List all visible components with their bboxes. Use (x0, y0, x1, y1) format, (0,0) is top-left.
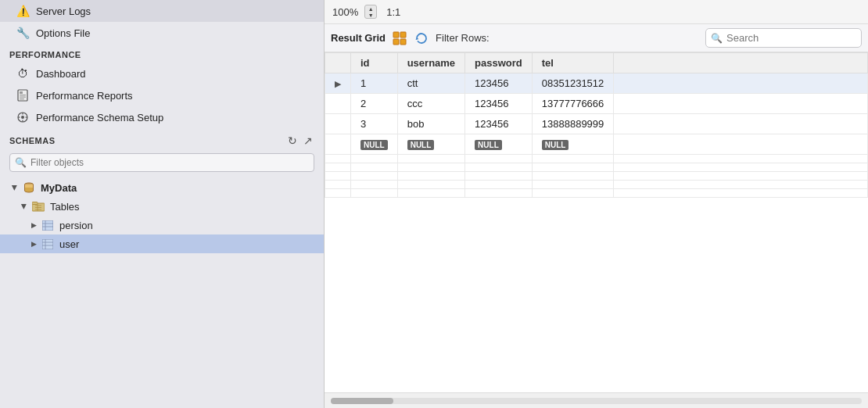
svg-rect-4 (20, 98, 24, 99)
tables-label: Tables (50, 201, 80, 213)
row-indicator (325, 163, 351, 172)
tables-expand-arrow: ▶ (19, 201, 30, 212)
null-row-indicator (325, 134, 351, 155)
empty-cell (351, 181, 398, 189)
null-row[interactable]: NULL NULL NULL NULL (325, 134, 868, 155)
sidebar-item-label: Dashboard (36, 68, 86, 80)
empty-cell (351, 189, 398, 198)
cell-id[interactable]: 2 (351, 94, 398, 114)
empty-cell (614, 189, 868, 198)
filter-objects-wrap: 🔍 (9, 153, 314, 172)
col-header-username: username (397, 53, 464, 73)
sidebar-item-server-logs[interactable]: ⚠️ Server Logs (0, 0, 324, 22)
row-indicator (325, 189, 351, 198)
col-header-extra (614, 53, 868, 73)
null-cell-password[interactable]: NULL (465, 134, 533, 155)
sidebar-item-performance-reports[interactable]: Performance Reports (0, 84, 324, 106)
empty-cell (532, 189, 614, 198)
toolbar-row: 100% ▲ ▼ 1:1 (325, 0, 868, 24)
col-header-tel: tel (532, 53, 614, 73)
svg-rect-22 (42, 239, 53, 249)
empty-cell (397, 163, 464, 172)
sidebar-item-dashboard[interactable]: ⏱ Dashboard (0, 63, 324, 84)
grid-view-icon[interactable] (392, 30, 407, 46)
null-badge: NULL (542, 140, 569, 150)
persion-expand-arrow: ▶ (28, 220, 39, 231)
cell-username[interactable]: ctt (397, 73, 464, 94)
performance-schema-icon (16, 110, 30, 124)
tree-item-tables[interactable]: ▶ Tables (0, 197, 324, 216)
filter-rows-label: Filter Rows: (436, 32, 490, 44)
sidebar-item-label: Performance Reports (36, 90, 133, 102)
zoom-stepper[interactable]: ▲ ▼ (364, 5, 377, 19)
persion-table-icon (41, 219, 55, 231)
scrollbar-thumb[interactable] (331, 398, 393, 404)
cell-extra (614, 94, 868, 114)
tables-folder-icon (31, 200, 45, 213)
empty-row (325, 181, 868, 189)
row-indicator (325, 114, 351, 134)
table-row[interactable]: 3 bob 123456 13888889999 (325, 114, 868, 134)
main-content: 100% ▲ ▼ 1:1 Result Grid Filter Rows: 🔍 (325, 0, 868, 408)
cell-username[interactable]: bob (397, 114, 464, 134)
horizontal-scrollbar[interactable] (331, 398, 862, 404)
refresh-icon[interactable] (414, 30, 429, 46)
svg-rect-18 (42, 220, 53, 231)
schemas-refresh-button[interactable]: ↻ (286, 134, 299, 147)
zoom-up-button[interactable]: ▲ (365, 5, 376, 12)
filter-objects-input[interactable] (9, 153, 314, 172)
server-logs-icon: ⚠️ (16, 4, 30, 18)
empty-cell (532, 172, 614, 181)
null-cell-username[interactable]: NULL (397, 134, 464, 155)
row-indicator (325, 94, 351, 114)
cell-id[interactable]: 3 (351, 114, 398, 134)
user-label: user (59, 238, 79, 250)
table-row[interactable]: 2 ccc 123456 13777776666 (325, 94, 868, 114)
empty-cell (465, 189, 533, 198)
cell-tel[interactable]: 13777776666 (532, 94, 614, 114)
empty-cell (465, 155, 533, 163)
null-cell-extra (614, 134, 868, 155)
sidebar: ⚠️ Server Logs 🔧 Options File PERFORMANC… (0, 0, 325, 408)
user-expand-arrow: ▶ (28, 238, 39, 249)
cell-extra (614, 73, 868, 94)
empty-cell (351, 163, 398, 172)
sidebar-item-options-file[interactable]: 🔧 Options File (0, 22, 324, 44)
empty-cell (465, 163, 533, 172)
sidebar-item-label: Performance Schema Setup (36, 112, 163, 123)
col-header-id: id (351, 53, 398, 73)
db-name-label: MyData (41, 182, 77, 194)
row-indicator-header (325, 53, 351, 73)
sidebar-item-performance-schema-setup[interactable]: Performance Schema Setup (0, 106, 324, 128)
cell-username[interactable]: ccc (397, 94, 464, 114)
user-table-icon (41, 238, 55, 250)
cell-password[interactable]: 123456 (465, 114, 533, 134)
null-badge: NULL (407, 140, 435, 150)
performance-reports-icon (16, 88, 30, 102)
tree-item-user[interactable]: ▶ user (0, 234, 324, 253)
table-row[interactable]: ▶ 1 ctt 123456 08351231512 (325, 73, 868, 94)
cell-password[interactable]: 123456 (465, 94, 533, 114)
search-input[interactable] (705, 28, 862, 48)
svg-rect-1 (20, 91, 23, 94)
svg-rect-28 (393, 39, 399, 45)
cell-tel[interactable]: 08351231512 (532, 73, 614, 94)
row-indicator (325, 181, 351, 189)
zoom-value: 100% (332, 6, 358, 18)
tree-item-mydata[interactable]: ▶ MyData (0, 178, 324, 197)
schemas-expand-button[interactable]: ↗ (302, 134, 314, 147)
cell-password[interactable]: 123456 (465, 73, 533, 94)
null-cell-id[interactable]: NULL (351, 134, 398, 155)
database-icon (22, 181, 36, 194)
empty-row (325, 155, 868, 163)
svg-rect-3 (20, 97, 26, 98)
cell-tel[interactable]: 13888889999 (532, 114, 614, 134)
row-indicator: ▶ (325, 73, 351, 94)
zoom-down-button[interactable]: ▼ (365, 12, 376, 18)
empty-row (325, 172, 868, 181)
empty-cell (532, 155, 614, 163)
null-cell-tel[interactable]: NULL (532, 134, 614, 155)
tree-item-persion[interactable]: ▶ persion (0, 216, 324, 234)
cell-id[interactable]: 1 (351, 73, 398, 94)
result-toolbar: Result Grid Filter Rows: 🔍 (325, 24, 868, 52)
